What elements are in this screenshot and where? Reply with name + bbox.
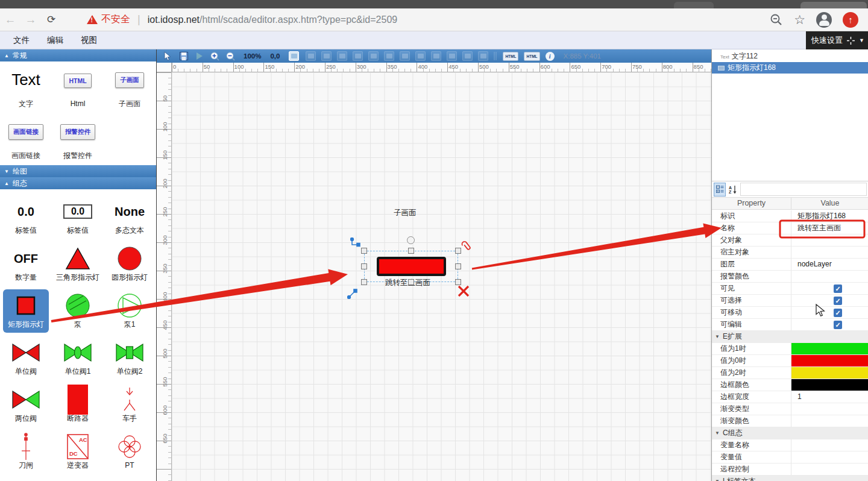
component-单位阀1[interactable]: 单位阀1 [52, 336, 104, 383]
group-icon[interactable] [306, 51, 316, 61]
menu-item-2[interactable]: 视图 [81, 35, 101, 46]
same-height-icon[interactable] [447, 51, 457, 61]
component-PT[interactable]: PT [104, 430, 156, 477]
align-bottom-icon[interactable] [415, 51, 426, 61]
selected-rect-indicator-element[interactable] [377, 257, 446, 276]
property-group-label[interactable]: C组态 [712, 427, 868, 439]
palette-item-Html[interactable]: HTMLHtml [52, 61, 104, 113]
component-数字量[interactable]: OFF数字量 [0, 242, 52, 289]
url-field[interactable]: iot.idosp.net/html/scada/editor.aspx.htm… [148, 14, 397, 25]
info-icon[interactable]: i [546, 52, 555, 61]
refresh-icon[interactable]: ⟳ [41, 13, 61, 26]
property-value[interactable] [791, 355, 868, 366]
run-icon[interactable] [194, 51, 204, 61]
color-swatch[interactable] [791, 379, 868, 391]
property-value[interactable] [791, 379, 868, 391]
browser-update-icon[interactable]: ↑ [843, 12, 858, 28]
security-warning[interactable]: 不安全 [87, 13, 130, 26]
select-tool-icon[interactable] [163, 51, 173, 61]
property-value[interactable] [791, 247, 868, 258]
component-矩形指示灯[interactable]: 矩形指示灯 [3, 289, 49, 333]
property-value[interactable] [791, 415, 868, 427]
property-group-label[interactable]: L标签文本 [712, 476, 868, 481]
same-width-icon[interactable] [431, 51, 441, 61]
component-三角形指示灯[interactable]: 三角形指示灯 [52, 242, 104, 289]
browser-tab[interactable] [800, 2, 867, 8]
color-swatch[interactable] [791, 343, 868, 354]
resize-handle-s[interactable] [408, 279, 414, 285]
property-value[interactable] [791, 451, 868, 463]
html-export-button[interactable]: HTML [503, 52, 518, 61]
design-canvas[interactable]: 子画面 跳转至上画面 [172, 72, 711, 481]
property-value[interactable] [791, 295, 868, 306]
property-value[interactable] [791, 307, 868, 318]
section-header-general[interactable]: ▲常规 [0, 49, 156, 61]
property-filter-field[interactable] [740, 183, 867, 196]
tree-item-文字112[interactable]: Text文字112 [712, 51, 868, 62]
component-断路器[interactable]: 断路器 [52, 383, 104, 430]
component-泵[interactable]: 泵 [52, 289, 104, 336]
attach-link-icon[interactable] [460, 239, 472, 253]
component-圆形指示灯[interactable]: 圆形指示灯 [104, 242, 156, 289]
align-right-icon[interactable] [368, 51, 379, 61]
checkbox-checked-icon[interactable] [834, 285, 842, 293]
property-value[interactable]: 跳转至主画面 [791, 222, 868, 234]
property-value[interactable] [791, 439, 868, 451]
bookmark-star-icon[interactable]: ☆ [794, 14, 805, 26]
checkbox-checked-icon[interactable] [834, 309, 842, 317]
align-top-icon[interactable] [384, 51, 394, 61]
canvas-settings-icon[interactable] [289, 51, 299, 61]
property-value[interactable] [791, 319, 868, 330]
checkbox-checked-icon[interactable] [834, 297, 842, 305]
rotate-handle[interactable] [407, 236, 415, 244]
color-swatch[interactable] [791, 355, 868, 366]
delete-element-icon[interactable] [457, 285, 470, 298]
zoom-in-icon[interactable] [210, 51, 220, 61]
property-value[interactable] [791, 403, 868, 415]
zoom-out-icon[interactable] [225, 51, 236, 61]
component-单位阀2[interactable]: 单位阀2 [104, 336, 156, 383]
categorized-view-icon[interactable] [714, 183, 726, 196]
property-value[interactable] [791, 367, 868, 379]
align-left-icon[interactable] [337, 51, 347, 61]
palette-item-文字[interactable]: Text文字 [0, 61, 52, 113]
component-两位阀[interactable]: 两位阀 [0, 383, 52, 430]
zoom-out-page-icon[interactable] [770, 13, 783, 27]
browser-profile-avatar[interactable] [816, 12, 832, 28]
component-车手[interactable]: 车手 [104, 383, 156, 430]
dropdown-caret-icon[interactable]: ▼ [859, 37, 864, 43]
menu-item-0[interactable]: 文件 [13, 35, 34, 46]
resize-handle-sw[interactable] [361, 279, 367, 285]
property-value[interactable] [791, 283, 868, 294]
component-多态文本[interactable]: None多态文本 [104, 195, 156, 242]
forward-icon[interactable]: → [20, 13, 41, 27]
component-标签值[interactable]: 0.0标签值 [52, 195, 104, 242]
connector-branch-icon[interactable] [350, 237, 361, 248]
palette-item-报警控件[interactable]: 报警控件报警控件 [52, 113, 104, 165]
component-单位阀[interactable]: 单位阀 [0, 336, 52, 383]
html-preview-button[interactable]: HTML [524, 52, 539, 61]
section-header-components[interactable]: ▲组态 [0, 177, 156, 189]
checkbox-checked-icon[interactable] [834, 321, 842, 329]
property-value[interactable]: 1 [791, 391, 868, 403]
property-value[interactable] [791, 234, 868, 246]
component-泵1[interactable]: 泵1 [104, 289, 156, 336]
property-group-label[interactable]: E扩展 [712, 331, 868, 342]
component-逆变器[interactable]: ACDC逆变器 [52, 430, 104, 477]
back-icon[interactable]: ← [0, 13, 20, 27]
resize-handle-n[interactable] [408, 248, 414, 254]
component-刀闸[interactable]: 刀闸 [0, 430, 52, 477]
canvas-element-subscreen-label[interactable]: 子画面 [394, 208, 417, 218]
property-value[interactable]: nodeLayer [791, 259, 868, 270]
browser-tab[interactable] [674, 2, 714, 8]
property-value[interactable] [791, 271, 868, 282]
resize-handle-nw[interactable] [361, 248, 367, 254]
sort-alphabetical-icon[interactable]: AZ [727, 183, 739, 196]
resize-handle-w[interactable] [361, 263, 367, 269]
ungroup-icon[interactable] [321, 51, 332, 61]
property-value[interactable] [791, 464, 868, 475]
palette-item-画面链接[interactable]: 画面链接画面链接 [0, 113, 52, 165]
save-icon[interactable] [178, 51, 189, 61]
connector-link-icon[interactable] [347, 288, 358, 299]
color-swatch[interactable] [791, 367, 868, 379]
